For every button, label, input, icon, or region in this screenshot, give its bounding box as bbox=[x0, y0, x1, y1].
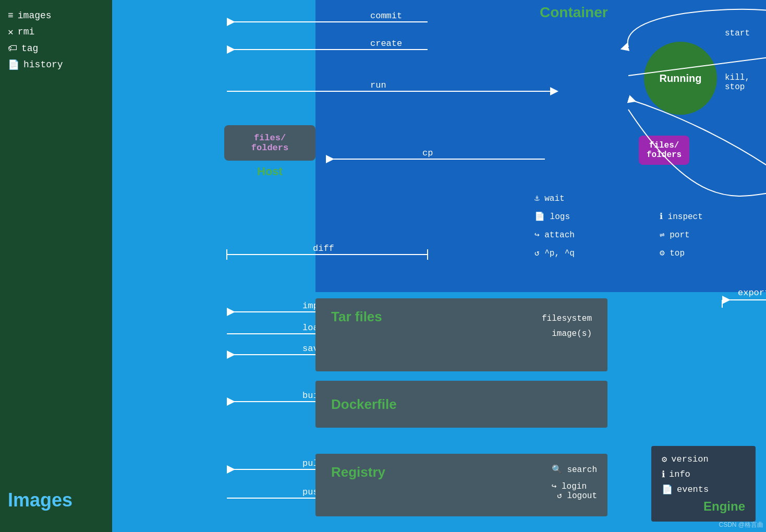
tag-icon: 🏷 bbox=[8, 43, 17, 54]
images-section-label: Images bbox=[8, 489, 104, 511]
main-content: Container Running Stop Pause files/folde… bbox=[112, 0, 766, 532]
list-icon: ≡ bbox=[8, 10, 14, 21]
logout-cmd: ↺ logout bbox=[557, 488, 597, 504]
version-item: ⚙ version bbox=[662, 454, 745, 465]
tarfiles-section: Tar files filesystem image(s) bbox=[315, 298, 607, 371]
ctrlpq-label: ↺ ^p, ^q bbox=[534, 248, 575, 258]
kill-stop-label: kill, stop bbox=[725, 73, 766, 92]
inspect-label: ℹ inspect bbox=[660, 211, 703, 222]
info-item: ℹ info bbox=[662, 469, 745, 480]
registry-section: Registry 🔍 search ↪ login ↺ logout bbox=[315, 454, 607, 516]
tarfiles-label: Tar files bbox=[331, 309, 382, 325]
host-section: files/folders Host bbox=[224, 125, 315, 178]
wait-label: ⚓ wait bbox=[534, 193, 565, 203]
sidebar-item-history[interactable]: 📄 history bbox=[8, 59, 104, 70]
host-label: Host bbox=[224, 165, 315, 178]
gear-icon: ⚙ bbox=[662, 454, 667, 465]
files-box-container: files/folders bbox=[639, 136, 689, 165]
host-files-box: files/folders bbox=[224, 125, 315, 161]
dockerfile-label: Dockerfile bbox=[331, 396, 397, 413]
sidebar-item-rmi[interactable]: ✕ rmi bbox=[8, 26, 104, 38]
container-section: Container Running Stop Pause files/folde… bbox=[315, 0, 766, 292]
engine-section: ⚙ version ℹ info 📄 events Engine bbox=[651, 446, 756, 522]
sidebar-item-tag[interactable]: 🏷 tag bbox=[8, 43, 104, 54]
watermark: CSDN @格言曲 bbox=[719, 521, 763, 529]
running-state: Running bbox=[644, 42, 717, 115]
events-item: 📄 events bbox=[662, 484, 745, 495]
engine-label: Engine bbox=[662, 499, 745, 514]
registry-label: Registry bbox=[331, 464, 385, 480]
sidebar: ≡ images ✕ rmi 🏷 tag 📄 history Images bbox=[0, 0, 112, 532]
logs-label: 📄 logs bbox=[534, 211, 570, 222]
events-icon: 📄 bbox=[662, 484, 673, 495]
x-icon: ✕ bbox=[8, 26, 14, 38]
dockerfile-section: Dockerfile bbox=[315, 381, 607, 428]
container-title: Container bbox=[540, 4, 608, 21]
top-label: ⚙ top bbox=[660, 248, 685, 258]
search-cmd: 🔍 search bbox=[552, 462, 597, 478]
tarfiles-sub: filesystem image(s) bbox=[542, 311, 592, 342]
sidebar-item-images[interactable]: ≡ images bbox=[8, 10, 104, 21]
info-icon: ℹ bbox=[662, 469, 665, 480]
port-label: ⇌ port bbox=[660, 229, 690, 240]
start-label: start bbox=[725, 29, 750, 38]
attach-label: ↪ attach bbox=[534, 229, 575, 240]
doc-icon: 📄 bbox=[8, 59, 19, 70]
